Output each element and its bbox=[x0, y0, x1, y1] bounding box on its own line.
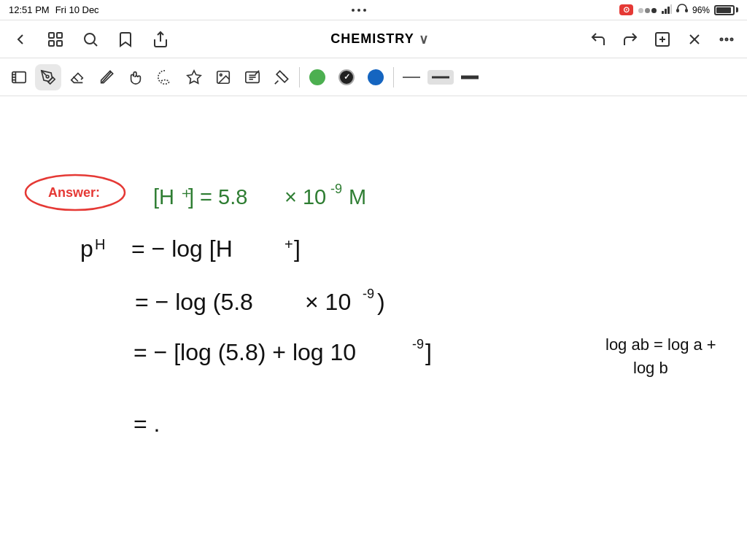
divider2 bbox=[393, 67, 394, 88]
svg-rect-0 bbox=[662, 11, 664, 14]
grid-button[interactable] bbox=[44, 28, 67, 51]
svg-rect-7 bbox=[57, 33, 62, 38]
svg-rect-8 bbox=[49, 41, 54, 46]
green-color-dot[interactable] bbox=[309, 69, 325, 85]
wifi-icon bbox=[638, 5, 657, 15]
bookmark-button[interactable] bbox=[114, 28, 137, 51]
svg-line-35 bbox=[275, 80, 279, 84]
stroke-thick-button[interactable] bbox=[457, 71, 483, 83]
svg-text:]: ] bbox=[425, 339, 432, 365]
svg-point-27 bbox=[161, 79, 169, 84]
signal-icon bbox=[662, 4, 672, 16]
battery-icon bbox=[714, 5, 738, 15]
svg-text:): ) bbox=[377, 289, 385, 315]
svg-point-18 bbox=[726, 38, 728, 40]
dot3 bbox=[363, 9, 366, 12]
svg-point-30 bbox=[220, 74, 222, 76]
svg-rect-9 bbox=[57, 41, 62, 46]
black-color-button[interactable]: ✓ bbox=[333, 64, 360, 90]
lasso-tool-button[interactable] bbox=[152, 64, 178, 90]
svg-rect-4 bbox=[676, 9, 679, 12]
battery-display: 96% bbox=[692, 5, 710, 15]
svg-text:+: + bbox=[285, 236, 293, 252]
svg-point-39 bbox=[26, 175, 125, 210]
green-color-button[interactable] bbox=[304, 64, 330, 90]
blue-color-button[interactable] bbox=[363, 64, 389, 90]
close-button[interactable] bbox=[683, 28, 706, 51]
svg-text:-9: -9 bbox=[330, 182, 342, 196]
undo-button[interactable] bbox=[587, 28, 610, 51]
svg-text:]: ] bbox=[294, 236, 301, 262]
svg-rect-6 bbox=[49, 33, 54, 38]
svg-text:= − log (5.8: = − log (5.8 bbox=[135, 289, 253, 315]
shapes-tool-button[interactable] bbox=[181, 64, 207, 90]
dot2 bbox=[357, 9, 360, 12]
status-center bbox=[352, 9, 366, 12]
svg-text:log ab = log a +: log ab = log a + bbox=[605, 335, 716, 354]
svg-marker-28 bbox=[187, 70, 201, 82]
svg-rect-5 bbox=[685, 9, 688, 12]
more-button[interactable] bbox=[715, 28, 738, 51]
svg-text:Answer:: Answer: bbox=[48, 185, 100, 200]
search-button[interactable] bbox=[79, 28, 102, 51]
svg-text:log b: log b bbox=[633, 359, 668, 377]
status-bar: 12:51 PM Fri 10 Dec ⊙ bbox=[0, 0, 747, 20]
divider1 bbox=[299, 67, 300, 88]
headphone-icon bbox=[676, 4, 688, 16]
nav-left bbox=[9, 28, 172, 51]
svg-text:= − log [H: = − log [H bbox=[131, 236, 233, 262]
add-page-button[interactable] bbox=[651, 28, 674, 51]
svg-text:⁺: ⁺ bbox=[181, 185, 192, 209]
back-button[interactable] bbox=[9, 28, 32, 51]
pencil-tool-button[interactable] bbox=[93, 64, 120, 90]
svg-text:[H: [H bbox=[153, 185, 174, 209]
nav-center: CHEMISTRY ∨ bbox=[330, 31, 427, 47]
dot1 bbox=[352, 9, 355, 12]
toolbar: ✓ bbox=[0, 58, 747, 96]
svg-line-11 bbox=[94, 42, 97, 45]
date-display: Fri 10 Dec bbox=[55, 4, 99, 15]
canvas-area[interactable]: Answer: [H ⁺ ] = 5.8 × 10 -9 M p H = − l… bbox=[0, 96, 747, 560]
svg-text:× 10: × 10 bbox=[285, 185, 326, 209]
page-title: CHEMISTRY bbox=[330, 31, 414, 47]
handwriting-canvas: Answer: [H ⁺ ] = 5.8 × 10 -9 M p H = − l… bbox=[0, 96, 747, 560]
pen-tool-button[interactable] bbox=[35, 64, 61, 90]
svg-text:= .: = . bbox=[133, 411, 160, 437]
svg-text:H: H bbox=[95, 236, 105, 252]
svg-text:M: M bbox=[349, 185, 366, 209]
share-button[interactable] bbox=[149, 28, 172, 51]
status-left: 12:51 PM Fri 10 Dec bbox=[9, 4, 99, 15]
tablet-tool-button[interactable] bbox=[6, 64, 32, 90]
selection-tool-button[interactable] bbox=[123, 64, 149, 90]
svg-point-17 bbox=[721, 38, 723, 40]
nav-bar: CHEMISTRY ∨ bbox=[0, 20, 747, 58]
svg-point-25 bbox=[46, 75, 49, 78]
chevron-icon[interactable]: ∨ bbox=[419, 31, 428, 47]
svg-text:] = 5.8: ] = 5.8 bbox=[188, 185, 247, 209]
svg-text:= − [log (5.8) + log 10: = − [log (5.8) + log 10 bbox=[133, 339, 356, 365]
svg-point-19 bbox=[731, 38, 733, 40]
eraser-tool-button[interactable] bbox=[64, 64, 90, 90]
highlighter-tool-button[interactable] bbox=[268, 64, 295, 90]
svg-rect-2 bbox=[667, 7, 670, 14]
svg-rect-3 bbox=[670, 4, 672, 14]
svg-point-10 bbox=[85, 34, 95, 44]
image-tool-button[interactable] bbox=[210, 64, 236, 90]
svg-rect-1 bbox=[665, 9, 667, 14]
blue-color-dot[interactable] bbox=[368, 69, 384, 85]
record-indicator: ⊙ bbox=[619, 4, 633, 15]
stroke-thin-button[interactable] bbox=[398, 71, 425, 83]
stroke-medium-button[interactable] bbox=[427, 70, 454, 85]
status-right: ⊙ 96% bbox=[619, 4, 738, 16]
svg-text:-9: -9 bbox=[412, 337, 424, 351]
svg-text:-9: -9 bbox=[363, 287, 374, 301]
svg-text:p: p bbox=[80, 236, 93, 262]
svg-text:× 10: × 10 bbox=[305, 289, 351, 315]
redo-button[interactable] bbox=[619, 28, 642, 51]
text-tool-button[interactable] bbox=[239, 64, 266, 90]
time-display: 12:51 PM bbox=[9, 4, 50, 15]
selected-indicator: ✓ bbox=[344, 72, 350, 82]
nav-right bbox=[587, 28, 738, 51]
